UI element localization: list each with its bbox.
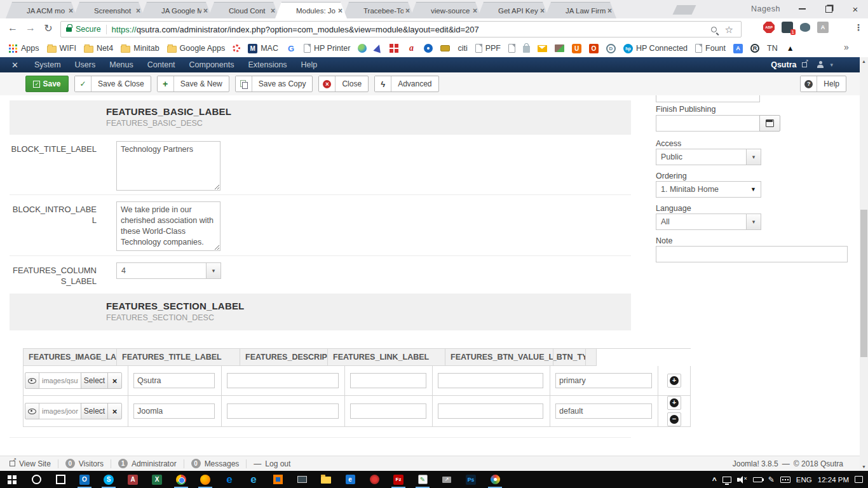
browser-tab[interactable]: Get API Key × bbox=[477, 2, 549, 18]
toolbar-button[interactable]: Save as Copy bbox=[235, 76, 313, 92]
taskbar-app-button[interactable]: O bbox=[72, 471, 97, 488]
bookmark-item[interactable]: TN bbox=[763, 41, 782, 55]
taskbar-app-button[interactable]: Ps bbox=[459, 471, 483, 488]
bookmark-item[interactable]: Minitab bbox=[117, 41, 163, 55]
window-restore-button[interactable] bbox=[816, 0, 841, 18]
tab-close-icon[interactable]: × bbox=[69, 6, 73, 15]
bookmark-item[interactable]: Google Apps bbox=[163, 41, 229, 55]
bookmark-item[interactable]: HP Printer bbox=[300, 41, 354, 55]
battery-icon[interactable] bbox=[753, 477, 763, 482]
preview-button[interactable] bbox=[25, 403, 39, 419]
user-menu-icon[interactable] bbox=[817, 61, 824, 69]
bookmark-item[interactable]: WIFI bbox=[43, 41, 80, 55]
bookmark-item[interactable]: A bbox=[729, 41, 747, 55]
footer-stat-link[interactable]: 1 Administrator bbox=[111, 459, 184, 468]
bookmark-item[interactable]: ▲ bbox=[782, 41, 799, 55]
extension-icon-badged[interactable]: 1 bbox=[782, 22, 793, 33]
tab-close-icon[interactable]: × bbox=[405, 6, 410, 15]
chevron-down-icon[interactable]: ▾ bbox=[206, 263, 220, 278]
bookmark-item[interactable] bbox=[354, 41, 370, 55]
bookmark-item[interactable] bbox=[505, 41, 519, 55]
help-button[interactable]: Help bbox=[800, 76, 846, 92]
bookmark-item[interactable] bbox=[386, 41, 402, 55]
taskbar-app-button[interactable]: X bbox=[145, 471, 169, 488]
taskbar-app-button[interactable]: e bbox=[217, 471, 241, 488]
remove-row-button[interactable]: − bbox=[667, 412, 681, 426]
feature-description-input[interactable] bbox=[227, 373, 339, 388]
feature-link-input[interactable] bbox=[350, 403, 426, 419]
tab-close-icon[interactable]: × bbox=[540, 6, 545, 15]
volume-muted-icon[interactable] bbox=[737, 476, 747, 484]
taskbar-app-button[interactable] bbox=[24, 471, 48, 488]
browser-scrollbar[interactable]: ▲ ▼ bbox=[860, 57, 868, 471]
window-minimize-button[interactable] bbox=[789, 0, 815, 18]
taskbar-app-button[interactable] bbox=[169, 471, 193, 488]
footer-stat-link[interactable]: 0 Visitors bbox=[58, 459, 111, 468]
taskbar-app-button[interactable]: e bbox=[241, 471, 266, 488]
features-columns-select[interactable]: 4 ▾ bbox=[116, 262, 221, 279]
bookmark-item[interactable]: a bbox=[402, 41, 420, 55]
browser-tab[interactable]: Tracebee-To × bbox=[342, 2, 414, 18]
back-icon[interactable]: ← bbox=[5, 22, 20, 34]
tab-close-icon[interactable]: × bbox=[338, 6, 342, 15]
scrollbar-thumb[interactable] bbox=[860, 210, 867, 357]
browser-tab[interactable]: Screenshot × bbox=[73, 2, 145, 18]
pen-icon[interactable]: ✎ bbox=[768, 475, 775, 484]
hidden-icons-chevron-icon[interactable]: ^ bbox=[712, 476, 717, 485]
block-intro-textarea[interactable]: We take pride in our cherished associati… bbox=[116, 201, 220, 251]
refresh-icon[interactable]: ↻ bbox=[41, 22, 56, 34]
admin-menu-item[interactable]: System bbox=[27, 57, 68, 72]
preview-button[interactable] bbox=[25, 372, 39, 389]
bookmark-item[interactable] bbox=[534, 41, 551, 55]
window-close-button[interactable]: × bbox=[843, 0, 868, 18]
feature-btn-type-input[interactable] bbox=[555, 373, 652, 388]
add-row-button[interactable]: + bbox=[667, 374, 681, 388]
admin-menu-item[interactable]: Content bbox=[140, 57, 182, 72]
feature-btn-value-input[interactable] bbox=[438, 373, 543, 388]
finish-publishing-input[interactable] bbox=[656, 115, 760, 132]
taskbar-app-button[interactable]: ✎ bbox=[410, 471, 435, 488]
ordering-select[interactable]: 1. Minitab Home ▼ bbox=[656, 181, 761, 198]
taskbar-app-button[interactable]: Fz bbox=[386, 471, 410, 488]
start-publishing-input-cutoff[interactable] bbox=[656, 95, 760, 102]
bookmark-item[interactable]: M MAC bbox=[244, 41, 282, 55]
select-image-button[interactable]: Select bbox=[81, 403, 108, 419]
bookmark-star-icon[interactable]: ☆ bbox=[725, 25, 733, 34]
taskbar-app-button[interactable] bbox=[0, 471, 24, 488]
feature-btn-value-input[interactable] bbox=[438, 403, 543, 419]
taskbar-app-button[interactable]: e bbox=[338, 471, 362, 488]
bookmark-item[interactable]: Net4 bbox=[80, 41, 117, 55]
taskbar-app-button[interactable] bbox=[290, 471, 314, 488]
note-input[interactable] bbox=[656, 246, 848, 262]
feature-btn-type-input[interactable] bbox=[555, 403, 652, 419]
network-icon[interactable] bbox=[722, 477, 731, 483]
tab-close-icon[interactable]: × bbox=[607, 6, 612, 15]
site-name-link[interactable]: Qsutra bbox=[771, 60, 796, 69]
secure-padlock-icon[interactable] bbox=[66, 27, 72, 32]
pen-extension-icon[interactable] bbox=[836, 22, 847, 33]
toolbar-button[interactable]: Close bbox=[318, 76, 369, 92]
admin-menu-item[interactable]: Extensions bbox=[241, 57, 294, 72]
taskbar-app-button[interactable] bbox=[266, 471, 290, 488]
pdf-extension-icon[interactable]: A bbox=[817, 22, 829, 33]
bookmark-item[interactable]: G bbox=[282, 41, 300, 55]
browser-tab[interactable]: JA Google M × bbox=[140, 2, 212, 18]
image-path-input[interactable] bbox=[39, 403, 81, 419]
toolbar-button[interactable]: Advanced bbox=[374, 76, 438, 92]
footer-stat-link[interactable]: 0 Messages bbox=[184, 459, 247, 468]
taskbar-app-button[interactable] bbox=[362, 471, 386, 488]
bookmark-item[interactable]: R bbox=[747, 41, 763, 55]
bookmark-item[interactable]: Apps bbox=[4, 41, 43, 55]
feature-description-input[interactable] bbox=[227, 403, 339, 419]
calendar-button[interactable] bbox=[759, 115, 780, 132]
scroll-down-icon[interactable]: ▼ bbox=[860, 463, 868, 471]
clock[interactable]: 12:24 PM bbox=[818, 476, 849, 484]
browser-tab[interactable]: Modules: Jo × bbox=[275, 2, 347, 18]
admin-menu-item[interactable]: Menus bbox=[102, 57, 140, 72]
browser-profile-name[interactable]: Nagesh bbox=[751, 4, 780, 13]
bookmark-item[interactable]: hp HP Connected bbox=[620, 41, 691, 55]
admin-menu-item[interactable]: Users bbox=[68, 57, 103, 72]
taskbar-app-button[interactable] bbox=[193, 471, 217, 488]
language-select[interactable]: All ▾ bbox=[656, 214, 761, 230]
access-select[interactable]: Public ▾ bbox=[656, 149, 761, 165]
